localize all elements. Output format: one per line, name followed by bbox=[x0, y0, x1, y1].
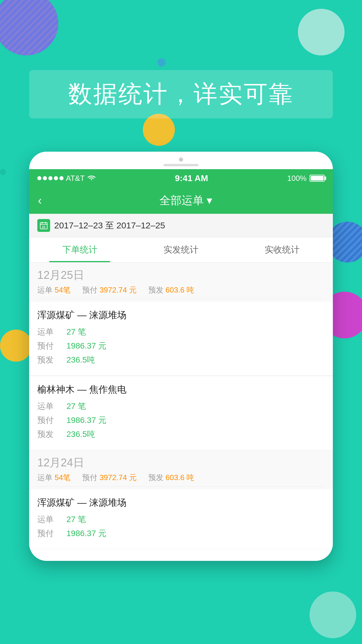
content-area: 12月25日 运单 54笔 预付 3972.74 元 预发 603.6 吨 浑源… bbox=[29, 262, 333, 549]
signal-dot-3 bbox=[48, 176, 52, 180]
date-section-dec24: 12月24日 运单 54笔 预付 3972.74 元 预发 603.6 吨 bbox=[29, 450, 333, 489]
route-prepay-label-3: 预付 bbox=[37, 528, 66, 539]
route-preship-value-2: 236.5吨 bbox=[66, 429, 95, 440]
route-orders-label-1: 运单 bbox=[37, 326, 66, 337]
bg-dot-blue bbox=[157, 58, 166, 66]
route-title-1: 浑源煤矿 — 涞源堆场 bbox=[37, 309, 325, 322]
summary-prepay-dec25: 预付 3972.74 元 bbox=[82, 285, 136, 295]
carrier-label: AT&T bbox=[66, 174, 85, 183]
svg-text:23: 23 bbox=[42, 225, 45, 229]
route-block-1[interactable]: 浑源煤矿 — 涞源堆场 运单 27 笔 预付 1986.37 元 预发 236.… bbox=[29, 302, 333, 376]
battery-percent: 100% bbox=[287, 174, 307, 183]
tab-order-stats[interactable]: 下单统计 bbox=[29, 237, 130, 262]
signal-dot-2 bbox=[43, 176, 47, 180]
date-dec24-summary: 运单 54笔 预付 3972.74 元 预发 603.6 吨 bbox=[37, 473, 325, 487]
phone-camera bbox=[179, 158, 183, 162]
route-preship-label-2: 预发 bbox=[37, 429, 66, 440]
status-bar: AT&T 9:41 AM 100% bbox=[29, 169, 333, 187]
route-prepay-label-1: 预付 bbox=[37, 340, 66, 351]
route-stat-orders-2: 运单 27 笔 bbox=[37, 401, 325, 412]
summary-preship-dec25: 预发 603.6 吨 bbox=[148, 285, 194, 295]
status-time: 9:41 AM bbox=[175, 173, 208, 183]
bg-decoration-topright bbox=[298, 9, 345, 55]
route-stat-prepay-2: 预付 1986.37 元 bbox=[37, 415, 325, 426]
summary-orders-dec24: 运单 54笔 bbox=[37, 473, 71, 483]
route-block-3[interactable]: 浑源煤矿 — 涞源堆场 运单 27 笔 预付 1986.37 元 bbox=[29, 489, 333, 549]
wifi-icon bbox=[87, 174, 96, 183]
phone-top-bar bbox=[29, 152, 333, 169]
signal-dot-4 bbox=[54, 176, 58, 180]
route-stat-prepay-1: 预付 1986.37 元 bbox=[37, 340, 325, 351]
status-right: 100% bbox=[287, 174, 325, 183]
route-preship-value-1: 236.5吨 bbox=[66, 354, 95, 365]
nav-dropdown-arrow[interactable]: ▾ bbox=[207, 194, 212, 206]
signal-dot-1 bbox=[37, 176, 41, 180]
route-stat-preship-2: 预发 236.5吨 bbox=[37, 429, 325, 440]
summary-preship-dec24: 预发 603.6 吨 bbox=[148, 473, 194, 483]
phone-speaker bbox=[164, 164, 198, 166]
back-button[interactable]: ‹ bbox=[38, 194, 42, 207]
phone-mockup: AT&T 9:41 AM 100% ‹ 全部运单 ▾ bbox=[29, 152, 333, 561]
route-prepay-value-2: 1986.37 元 bbox=[66, 415, 106, 426]
summary-orders-dec25: 运单 54笔 bbox=[37, 285, 71, 295]
bg-dot-teal-left bbox=[0, 169, 6, 175]
route-orders-value-1: 27 笔 bbox=[66, 326, 86, 337]
app-nav-bar: ‹ 全部运单 ▾ bbox=[29, 187, 333, 214]
route-prepay-value-3: 1986.37 元 bbox=[66, 528, 106, 539]
date-dec25-title: 12月25日 bbox=[37, 268, 325, 283]
route-stat-orders-1: 运单 27 笔 bbox=[37, 326, 325, 337]
date-dec24-title: 12月24日 bbox=[37, 455, 325, 470]
date-section-dec25: 12月25日 运单 54笔 预付 3972.74 元 预发 603.6 吨 bbox=[29, 262, 333, 302]
nav-title: 全部运单 ▾ bbox=[48, 193, 324, 208]
bg-circle-yellow2 bbox=[0, 330, 32, 362]
battery-icon bbox=[310, 175, 325, 182]
route-prepay-value-1: 1986.37 元 bbox=[66, 340, 106, 351]
route-orders-label-2: 运单 bbox=[37, 401, 66, 412]
date-dec25-summary: 运单 54笔 预付 3972.74 元 预发 603.6 吨 bbox=[37, 285, 325, 299]
route-stat-orders-3: 运单 27 笔 bbox=[37, 514, 325, 525]
route-stat-prepay-3: 预付 1986.37 元 bbox=[37, 528, 325, 539]
route-block-2[interactable]: 榆林神木 — 焦作焦电 运单 27 笔 预付 1986.37 元 预发 236.… bbox=[29, 376, 333, 450]
header-text-box: 数据统计，详实可靠 bbox=[29, 70, 333, 118]
route-orders-value-3: 27 笔 bbox=[66, 514, 86, 525]
bg-circle-yellow bbox=[143, 114, 175, 146]
route-prepay-label-2: 预付 bbox=[37, 415, 66, 426]
calendar-icon: 23 bbox=[37, 219, 50, 232]
route-title-2: 榆林神木 — 焦作焦电 bbox=[37, 383, 325, 396]
route-orders-label-3: 运单 bbox=[37, 514, 66, 525]
tabs-row: 下单统计 实发统计 实收统计 bbox=[29, 237, 333, 262]
route-preship-label-1: 预发 bbox=[37, 354, 66, 365]
date-filter-bar[interactable]: 23 2017–12–23 至 2017–12–25 bbox=[29, 214, 333, 237]
battery-fill bbox=[311, 176, 324, 181]
tab-ship-stats[interactable]: 实发统计 bbox=[130, 237, 231, 262]
summary-prepay-dec24: 预付 3972.74 元 bbox=[82, 473, 136, 483]
signal-dot-5 bbox=[59, 176, 64, 180]
bg-decoration-topleft bbox=[0, 0, 58, 55]
bg-circle-bottomright bbox=[310, 592, 356, 638]
tab-receive-stats[interactable]: 实收统计 bbox=[232, 237, 333, 262]
status-left: AT&T bbox=[37, 174, 96, 183]
signal-dots bbox=[37, 176, 64, 180]
header-title: 数据统计，详实可靠 bbox=[41, 78, 321, 110]
route-stat-preship-1: 预发 236.5吨 bbox=[37, 354, 325, 365]
date-range-text: 2017–12–23 至 2017–12–25 bbox=[54, 220, 165, 232]
nav-title-text: 全部运单 bbox=[159, 194, 204, 206]
route-orders-value-2: 27 笔 bbox=[66, 401, 86, 412]
route-title-3: 浑源煤矿 — 涞源堆场 bbox=[37, 496, 325, 509]
